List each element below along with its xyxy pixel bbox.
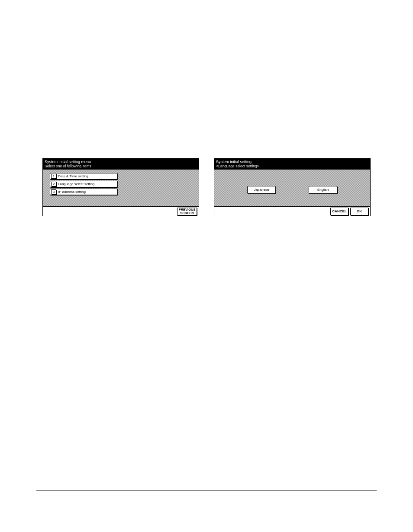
footer-rule xyxy=(36,490,377,490)
menu-item-number: 3 xyxy=(51,189,56,194)
title-left-line1: System initial setting menu xyxy=(45,160,197,164)
content-right: Japanese English xyxy=(214,170,370,206)
menu-item-number: 2 xyxy=(51,182,56,186)
japanese-button[interactable]: Japanese xyxy=(247,186,276,194)
menu-item-number: 1 xyxy=(51,174,56,179)
content-left: 1 Date & Time setting 2 Language select … xyxy=(43,170,199,206)
menu-item-label: Language select setting xyxy=(58,182,95,186)
title-right-line1: System initial setting xyxy=(216,160,368,164)
menu-item-date-time[interactable]: 1 Date & Time setting xyxy=(50,173,118,179)
page: System initial setting menu Select one o… xyxy=(0,0,413,532)
bottom-bar-right: CANCEL OK xyxy=(214,206,370,216)
english-button[interactable]: English xyxy=(309,186,337,194)
title-right-line2: <Language select setting> xyxy=(216,164,368,168)
menu-item-label: Date & Time setting xyxy=(58,174,88,179)
cancel-button[interactable]: CANCEL xyxy=(330,208,348,215)
menu-item-ip[interactable]: 3 IP address setting xyxy=(50,189,118,195)
screen-language: System initial setting <Language select … xyxy=(214,158,371,216)
title-left-line2: Select one of following items xyxy=(45,164,197,168)
title-bar-left: System initial setting menu Select one o… xyxy=(43,159,199,170)
previous-line2: SCREEN xyxy=(180,212,194,215)
menu-item-label: IP address setting xyxy=(58,190,86,194)
title-bar-right: System initial setting <Language select … xyxy=(214,159,370,170)
language-buttons: Japanese English xyxy=(214,186,370,194)
bottom-bar-left: PREVIOUS SCREEN xyxy=(43,206,199,216)
screens-row: System initial setting menu Select one o… xyxy=(42,158,371,216)
ok-button[interactable]: OK xyxy=(350,208,368,215)
previous-screen-button[interactable]: PREVIOUS SCREEN xyxy=(177,208,197,215)
menu-item-language[interactable]: 2 Language select setting xyxy=(50,181,118,187)
screen-menu: System initial setting menu Select one o… xyxy=(42,158,199,216)
menu-list: 1 Date & Time setting 2 Language select … xyxy=(50,173,118,196)
